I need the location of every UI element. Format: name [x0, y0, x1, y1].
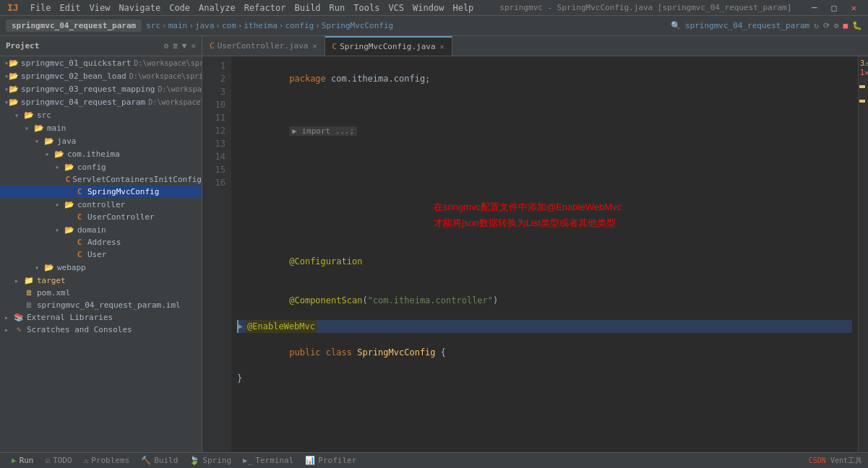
tree-item-springmvc01[interactable]: springmvc_01_quickstart D:\workspace\spr…	[0, 56, 202, 69]
folder-icon	[9, 58, 19, 68]
tree-item-address[interactable]: Address	[0, 236, 202, 248]
menu-window[interactable]: Window	[408, 1, 448, 14]
tree-item-external-libs[interactable]: External Libraries	[0, 311, 202, 324]
menu-analyze[interactable]: Analyze	[194, 1, 240, 14]
build-icon: 🔨	[141, 456, 151, 465]
menu-run[interactable]: Run	[325, 1, 350, 14]
tree-item-comitheima[interactable]: com.itheima	[0, 147, 202, 160]
tree-item-springmvc04[interactable]: springmvc_04_request_param D:\workspace\…	[0, 95, 202, 108]
build-panel-button[interactable]: 🔨 Build	[135, 454, 184, 467]
tab-close-usercontroller[interactable]: ✕	[312, 42, 317, 50]
code-line-2	[237, 98, 852, 111]
problems-panel-button[interactable]: ⚠ Problems	[78, 454, 136, 467]
arrow-icon	[4, 326, 13, 334]
tree-label: java	[57, 136, 77, 146]
menu-vcs[interactable]: VCS	[384, 1, 408, 14]
debug-icon[interactable]: 🐛	[852, 21, 862, 30]
tab-usercontroller[interactable]: C UserController.java ✕	[202, 36, 325, 56]
sidebar-collapse-icon[interactable]: ▼	[182, 41, 187, 51]
settings-icon[interactable]: ⚙	[834, 21, 839, 30]
code-line-16	[237, 385, 852, 398]
menu-navigate[interactable]: Navigate	[114, 1, 165, 14]
branch-selector[interactable]: springmvc_04_request_param	[685, 21, 809, 30]
breadcrumb-path: src › main › java › com › itheima › conf…	[146, 21, 393, 30]
run-icon: ▶	[12, 456, 17, 465]
gutter-warning-marker2	[859, 100, 865, 103]
search-icon[interactable]: 🔍	[671, 21, 681, 30]
tab-label: UserController.java	[218, 41, 309, 51]
code-content[interactable]: package com.itheima.config; ▶ import ...…	[231, 56, 858, 452]
menu-edit[interactable]: Edit	[56, 1, 85, 14]
tree-item-springmvc03[interactable]: springmvc_03_request_mapping D:\workspac…	[0, 82, 202, 95]
tree-label: Address	[87, 238, 121, 247]
sidebar-settings-icon[interactable]: ⚙	[164, 41, 169, 51]
todo-panel-button[interactable]: ☑ TODO	[40, 454, 78, 467]
terminal-panel-button[interactable]: ▶_ Terminal	[237, 454, 299, 467]
spring-panel-button[interactable]: 🍃 Spring	[184, 454, 237, 467]
java-icon	[66, 175, 71, 184]
sidebar-expand-icon[interactable]: ≡	[173, 41, 178, 51]
gutter-track	[860, 78, 867, 449]
folder-icon	[23, 110, 35, 120]
menu-refactor[interactable]: Refactor	[240, 1, 291, 14]
editor-tabs: C UserController.java ✕ C SpringMvcConfi…	[202, 36, 868, 56]
toolbar-right: 🔍 springmvc_04_request_param ↻ ⟳ ⚙ ■ 🐛	[671, 21, 862, 30]
menu-code[interactable]: Code	[165, 1, 194, 14]
vent-tools: Vent工具	[830, 456, 862, 466]
tab-springmvcconfig[interactable]: C SpringMvcConfig.java ✕	[325, 36, 452, 56]
code-line-12: @ComponentScan("com.itheima.controller")	[237, 281, 852, 320]
code-line-3: ▶ import ...;	[237, 111, 852, 151]
menu-help[interactable]: Help	[448, 1, 478, 14]
code-line-10	[237, 229, 852, 242]
arrow-icon	[35, 137, 43, 145]
iml-icon	[23, 300, 35, 310]
tree-item-config[interactable]: config	[0, 160, 202, 173]
tree-item-src[interactable]: src	[0, 108, 202, 121]
tree-item-controller[interactable]: controller	[0, 198, 202, 211]
profiler-panel-button[interactable]: 📊 Profiler	[299, 454, 362, 467]
stop-icon[interactable]: ■	[843, 21, 848, 30]
sidebar-close-icon[interactable]: ✕	[191, 41, 196, 51]
run-panel-button[interactable]: ▶ Run	[6, 454, 40, 467]
menu-view[interactable]: View	[85, 1, 114, 14]
tree-item-springmvcconfig[interactable]: SpringMvcConfig	[0, 186, 202, 198]
tree-label: config	[77, 162, 106, 172]
tab-close-springmvcconfig[interactable]: ✕	[440, 43, 444, 51]
tree-label: External Libraries	[27, 313, 113, 322]
tree-item-java[interactable]: java	[0, 134, 202, 147]
todo-label: TODO	[53, 456, 72, 465]
minimize-button[interactable]: ─	[807, 1, 821, 14]
path-src: src	[146, 21, 160, 30]
code-line-empty2	[237, 164, 852, 177]
tree-item-user[interactable]: User	[0, 248, 202, 261]
sync-icon[interactable]: ⟳	[823, 21, 830, 30]
tree-label: Scratches and Consoles	[27, 325, 132, 334]
maximize-button[interactable]: □	[828, 1, 841, 14]
folder-icon	[64, 162, 75, 172]
refresh-icon[interactable]: ↻	[814, 21, 819, 30]
tree-item-webapp[interactable]: webapp	[0, 261, 202, 274]
menu-build[interactable]: Build	[290, 1, 325, 14]
folder-icon	[43, 262, 55, 272]
tree-item-usercontroller[interactable]: UserController	[0, 211, 202, 223]
tab-label-active: SpringMvcConfig.java	[340, 42, 435, 51]
gutter-warning-marker	[859, 85, 865, 88]
close-button[interactable]: ✕	[847, 1, 861, 14]
project-sidebar: Project ⚙ ≡ ▼ ✕ springmvc_01_quickstart …	[0, 36, 202, 452]
tree-item-scratches[interactable]: Scratches and Consoles	[0, 324, 202, 336]
menu-tools[interactable]: Tools	[349, 1, 384, 14]
tree-item-target[interactable]: target	[0, 274, 202, 287]
path-com: com	[222, 21, 236, 30]
tree-item-main[interactable]: main	[0, 121, 202, 134]
tree-label: ServletContainersInitConfig	[72, 175, 202, 184]
tree-item-domain[interactable]: domain	[0, 223, 202, 236]
tree-label: springmvc_04_request_param	[21, 98, 145, 107]
project-tab[interactable]: springmvc_04_request_param	[6, 20, 142, 32]
tree-item-springmvc02[interactable]: springmvc_02_bean_load D:\workspace\spri…	[0, 69, 202, 82]
tree-item-iml[interactable]: springmvc_04_request_param.iml	[0, 299, 202, 311]
tree-item-pomxml[interactable]: pom.xml	[0, 287, 202, 299]
code-line-11: @Configuration	[237, 242, 852, 281]
java-icon	[74, 187, 85, 196]
menu-file[interactable]: File	[26, 1, 56, 14]
tree-item-servletinit[interactable]: ServletContainersInitConfig	[0, 173, 202, 186]
